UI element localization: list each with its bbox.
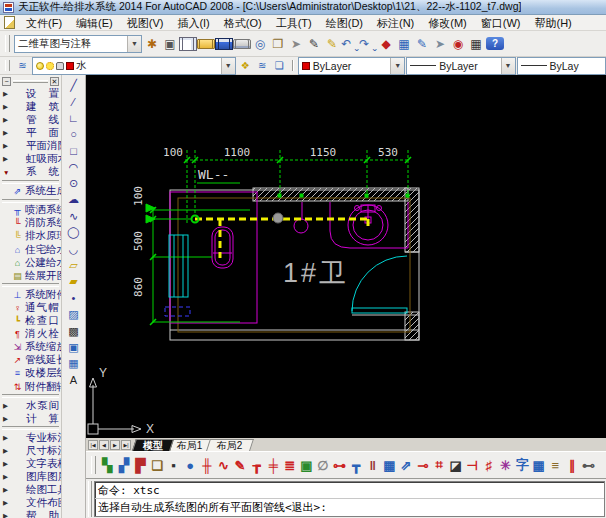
water-meter-icon[interactable]: ⊣ [464,455,481,475]
menu-format[interactable]: 格式(O) [217,15,269,31]
line-icon[interactable]: ╱ [64,77,84,93]
sidebar-separator[interactable] [2,283,59,287]
new-file-icon[interactable] [179,37,197,51]
menu-modify[interactable]: 修改(M) [421,15,474,31]
layer-previous-icon[interactable]: ≋ [254,58,271,73]
sidebar-group-settings[interactable]: ▶ 设置 [0,87,61,100]
sidebar-separator[interactable] [2,199,59,203]
close-icon[interactable]: ✕ [50,77,59,86]
hatch-icon[interactable]: ▨ [64,306,84,322]
gradient-icon[interactable]: ▩ [64,323,84,339]
sidebar-item-residential-supply[interactable]: ⌂ 住宅给水 [0,243,61,256]
polyline-icon[interactable]: ∟ [64,110,84,126]
sidebar-group-pump-room[interactable]: ▶ 水泵间 [0,399,61,412]
sidebar-item-drainage-schematic[interactable]: ╚ 排水原理 [0,230,61,243]
toolbar-grip[interactable] [5,35,10,53]
open-file-icon[interactable] [197,39,215,49]
tab-nav-button[interactable]: |◀ [88,440,98,450]
multi-line-icon[interactable]: ≣ [282,455,299,475]
sidebar-item-system-scale[interactable]: ⇲ 系统缩放 [0,341,61,354]
toolbar-grip[interactable] [91,456,96,474]
menu-dimension[interactable]: 标注(N) [370,15,421,31]
valve-icon[interactable]: ⊶ [331,455,348,475]
sidebar-group-file-layout[interactable]: ▶ 文件布图 [0,497,61,510]
copy-sheet-icon[interactable]: ▛ [132,455,149,475]
calculator-icon[interactable]: ▦ [467,34,485,53]
polygon-icon[interactable]: ○ [64,126,84,142]
menu-insert[interactable]: 插入(I) [170,15,216,31]
layer-states-icon[interactable]: ❏ [271,58,288,73]
workspace-combo[interactable]: 二维草图与注释 ▼ [14,35,142,53]
sidebar-group-plan[interactable]: ▶ 平面 [0,126,61,139]
sidebar-group-siphon-rain[interactable]: ▶ 虹吸雨水 [0,152,61,165]
drawing-canvas[interactable]: 100 1100 1150 530 100 500 860 WL-- 1#卫 [86,75,606,438]
undo-icon[interactable]: ↶ ˬ [341,34,359,53]
make-layer-current-icon[interactable]: ❖ [237,58,254,73]
sidebar-item-sprinkler-system[interactable]: ╥ 喷洒系统 [0,204,61,217]
menu-window[interactable]: 窗口(W) [474,15,528,31]
linetype-combo[interactable]: ByLayer ▼ [406,57,515,75]
break-pipe-icon[interactable]: ⊸ [414,455,431,475]
sidebar-group-pipeline[interactable]: ▶ 管线 [0,113,61,126]
riser-icon[interactable]: ‖ [365,455,382,475]
tab-nav-button[interactable]: ◀ [99,440,109,450]
erase-pipe-icon[interactable]: ∅ [315,455,332,475]
tee-pipe-icon[interactable]: ┲ [248,455,265,475]
menu-file[interactable]: 文件(F) [19,15,69,31]
ellipse-icon[interactable]: ◯ [64,225,84,241]
sidebar-group-help[interactable]: ▶ 帮助 [0,510,61,518]
sidebar-item-draw-expanded[interactable]: ▤ 绘展开图 [0,269,61,282]
revision-cloud-icon[interactable]: ☁ [64,192,84,208]
menu-help[interactable]: 帮助(H) [528,15,579,31]
match-properties-icon[interactable]: ✎ [323,34,341,53]
sidebar-drag-handle[interactable] [13,80,48,83]
workspace-save-icon[interactable]: ▣ [161,34,179,53]
sidebar-item-pipe-extend[interactable]: ↗ 管线延长 [0,354,61,367]
door-pipe-icon[interactable]: ╫ [199,455,216,475]
sidebar-item-vent-cap[interactable]: ♀ 通气帽 [0,301,61,314]
insert-block-icon[interactable]: ▱ [64,257,84,273]
ellipse-arc-icon[interactable]: ◡ [64,241,84,257]
tz-frame-icon[interactable]: ▦ [395,34,413,53]
flex-pipe-icon[interactable]: ∿ [215,455,232,475]
spline-icon[interactable]: ∿ [64,208,84,224]
gen-system-icon[interactable]: ▞ [116,455,133,475]
construction-line-icon[interactable]: ⁄ [64,93,84,109]
sidebar-separator[interactable] [2,394,59,398]
save-drawing-icon[interactable]: ▪ [165,455,182,475]
circle-icon[interactable]: ⊙ [64,175,84,191]
library-icon[interactable]: ▦ [530,455,547,475]
menu-draw[interactable]: 绘图(D) [319,15,370,31]
faucet-icon[interactable]: ┳ [348,455,365,475]
redo-icon[interactable]: ↷ ˬ [359,34,377,53]
tz-stamp-icon[interactable]: ◉ [449,34,467,53]
sidebar-item-accessory-flip[interactable]: ⇅ 附件翻转 [0,380,61,393]
plot-preview-icon[interactable]: ◎ [251,34,269,53]
chevron-down-icon[interactable]: ▼ [501,58,515,74]
save-icon[interactable] [215,38,233,50]
toolbar-grip[interactable] [5,60,10,72]
chevron-down-icon[interactable]: ▼ [127,36,141,52]
tz-people-icon[interactable]: ◆ [377,34,395,53]
inline-valve-icon[interactable]: ⊷ [580,455,597,475]
sidebar-group-plan-fire[interactable]: ▶ 平面消防 [0,139,61,152]
layer-combo[interactable]: 水 ▼ [32,57,236,75]
chevron-down-icon[interactable]: ▼ [390,58,404,74]
tab-nav-button[interactable]: ▶ [110,440,120,450]
sidebar-group-system[interactable]: ▼ 系统 [0,166,61,179]
help-icon[interactable]: ? [486,37,504,50]
sidebar-group-text-table[interactable]: ▶ 文字表格 [0,457,61,470]
menu-view[interactable]: 视图(V) [120,15,171,31]
menu-tools[interactable]: 工具(T) [269,15,319,31]
mtext-icon[interactable]: A [64,372,84,388]
tab-model[interactable]: 模型 [132,439,174,451]
sidebar-group-draw-tools[interactable]: ▶ 绘图工具 [0,484,61,497]
zoom-box-icon[interactable]: ▣ [298,455,315,475]
plot-icon[interactable] [233,39,251,49]
chevron-down-icon[interactable]: ▼ [221,58,235,74]
table-icon[interactable]: ▦ [64,356,84,372]
point-icon[interactable]: • [64,290,84,306]
sidebar-item-hydrant[interactable]: ¶ 消火栓 [0,328,61,341]
fixtures-icon[interactable]: ✳ [497,455,514,475]
sidebar-group-library-layer[interactable]: ▶ 图库图层 [0,471,61,484]
